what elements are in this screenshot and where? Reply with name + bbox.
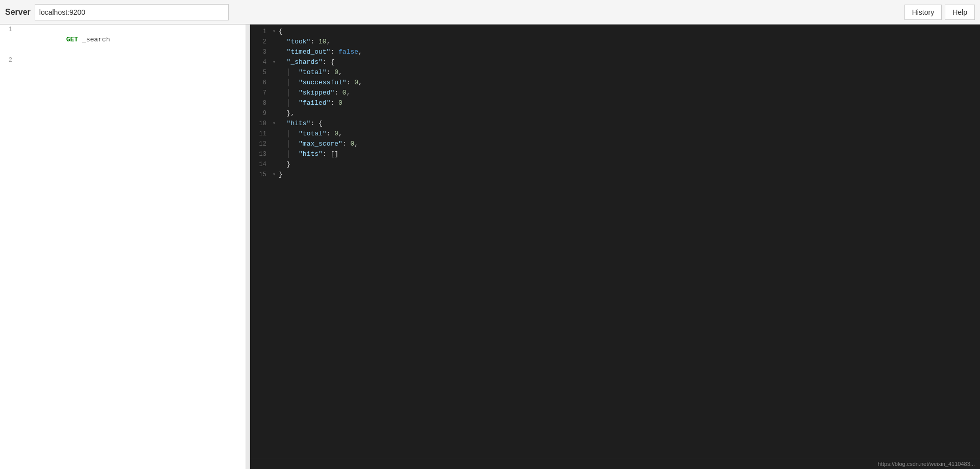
response-line-1: 1 ▾ { <box>250 27 980 37</box>
resp-content-3: "timed_out": false, <box>278 47 980 57</box>
statusbar-url: https://blog.csdn.net/weixin_4110483... <box>878 461 975 467</box>
resp-content-2: "took": 10, <box>278 37 980 47</box>
server-input[interactable] <box>35 4 229 20</box>
help-button[interactable]: Help <box>945 5 975 20</box>
header: Server History Help <box>0 0 980 25</box>
editor-line-1[interactable]: 1 GET _search <box>0 25 246 55</box>
line-content-2[interactable] <box>16 55 246 65</box>
response-line-2: 2 "took": 10, <box>250 37 980 47</box>
resp-linenum-12: 12 <box>250 139 271 149</box>
resp-content-7: │ "skipped": 0, <box>278 88 980 98</box>
fold-1[interactable]: ▾ <box>271 27 278 37</box>
response-line-6: 6 │ "successful": 0, <box>250 78 980 88</box>
resp-linenum-7: 7 <box>250 88 271 98</box>
response-line-14: 14 } <box>250 159 980 170</box>
server-label: Server <box>5 8 31 17</box>
resp-content-13: │ "hits": [] <box>278 149 980 159</box>
response-line-8: 8 │ "failed": 0 <box>250 98 980 108</box>
line-number-2: 2 <box>0 55 16 65</box>
response-line-3: 3 "timed_out": false, <box>250 47 980 57</box>
response-line-11: 11 │ "total": 0, <box>250 129 980 139</box>
fold-4[interactable]: ▾ <box>271 57 278 67</box>
resp-content-1: { <box>278 27 980 37</box>
response-line-7: 7 │ "skipped": 0, <box>250 88 980 98</box>
response-line-13: 13 │ "hits": [] <box>250 149 980 159</box>
editor-line-2[interactable]: 2 <box>0 55 246 65</box>
resp-content-4: "_shards": { <box>278 57 980 67</box>
resp-content-10: "hits": { <box>278 119 980 129</box>
fold-15[interactable]: ▾ <box>271 170 278 180</box>
line-number-1: 1 <box>0 25 16 35</box>
response-panel: 1 ▾ { 2 "took": 10, 3 "timed_out": false… <box>250 25 980 469</box>
response-line-10: 10 ▾ "hits": { <box>250 119 980 129</box>
resp-linenum-2: 2 <box>250 37 271 47</box>
response-line-4: 4 ▾ "_shards": { <box>250 57 980 67</box>
resp-content-15: } <box>278 170 980 180</box>
resp-linenum-4: 4 <box>250 57 271 67</box>
fold-10[interactable]: ▾ <box>271 119 278 129</box>
editor-panel: 1 GET _search 2 <box>0 25 250 469</box>
response-line-5: 5 │ "total": 0, <box>250 67 980 78</box>
http-method: GET <box>66 36 78 43</box>
resp-linenum-14: 14 <box>250 159 271 170</box>
resp-content-8: │ "failed": 0 <box>278 98 980 108</box>
resp-content-5: │ "total": 0, <box>278 67 980 78</box>
resp-linenum-1: 1 <box>250 27 271 37</box>
resp-content-9: }, <box>278 108 980 119</box>
editor-scroll[interactable]: 1 GET _search 2 <box>0 25 246 469</box>
resp-linenum-5: 5 <box>250 67 271 78</box>
response-line-15: 15 ▾ } <box>250 170 980 180</box>
resp-linenum-15: 15 <box>250 170 271 180</box>
resp-linenum-9: 9 <box>250 108 271 119</box>
resp-linenum-11: 11 <box>250 129 271 139</box>
resp-linenum-6: 6 <box>250 78 271 88</box>
resp-linenum-13: 13 <box>250 149 271 159</box>
resp-linenum-8: 8 <box>250 98 271 108</box>
resp-content-6: │ "successful": 0, <box>278 78 980 88</box>
resp-linenum-3: 3 <box>250 47 271 57</box>
response-area: 1 ▾ { 2 "took": 10, 3 "timed_out": false… <box>250 25 980 458</box>
resp-content-14: } <box>278 159 980 170</box>
editor-area[interactable]: 1 GET _search 2 <box>0 25 246 65</box>
resp-content-11: │ "total": 0, <box>278 129 980 139</box>
history-button[interactable]: History <box>904 5 942 20</box>
response-line-9: 9 }, <box>250 108 980 119</box>
main-content: 1 GET _search 2 1 ▾ { <box>0 25 980 469</box>
response-line-12: 12 │ "max_score": 0, <box>250 139 980 149</box>
resp-linenum-10: 10 <box>250 119 271 129</box>
resp-content-12: │ "max_score": 0, <box>278 139 980 149</box>
line-content-1[interactable]: GET _search <box>16 25 246 55</box>
endpoint: _search <box>78 36 110 43</box>
status-bar: https://blog.csdn.net/weixin_4110483... <box>250 458 980 469</box>
left-scrollbar[interactable] <box>246 25 250 469</box>
